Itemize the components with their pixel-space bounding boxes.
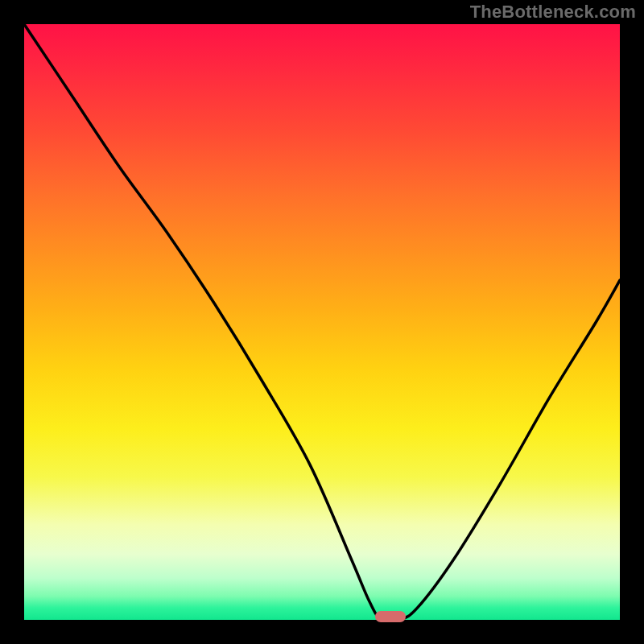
chart-frame: TheBottleneck.com	[0, 0, 644, 644]
plot-area	[24, 24, 620, 620]
bottleneck-curve	[24, 24, 620, 620]
watermark-label: TheBottleneck.com	[470, 2, 636, 23]
optimal-point-marker	[375, 611, 406, 622]
curve-path	[24, 24, 620, 620]
